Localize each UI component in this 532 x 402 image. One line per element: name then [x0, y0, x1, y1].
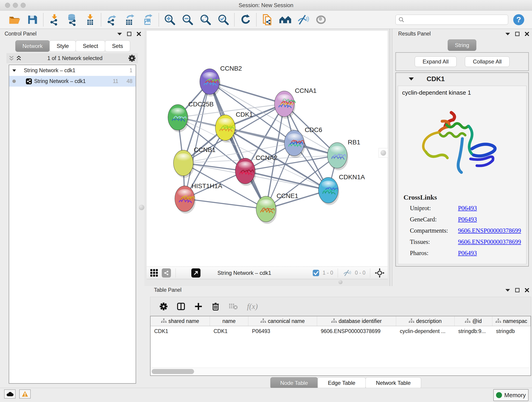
search-input[interactable]	[407, 17, 505, 23]
tab-string[interactable]: String	[448, 39, 476, 51]
zoom-in-button[interactable]	[161, 12, 179, 27]
expand-all-tree-icon[interactable]	[16, 56, 22, 61]
crosslink-link[interactable]: 9606.ENSP00000378699	[458, 238, 521, 245]
table-cell[interactable]: stringdb:9...	[455, 328, 492, 334]
table-cell[interactable]: cyclin-dependent ...	[396, 328, 455, 334]
tab-network-table[interactable]: Network Table	[365, 377, 421, 389]
tab-select[interactable]: Select	[76, 40, 105, 52]
apply-layout-button[interactable]	[236, 12, 254, 27]
table-toolbar: f(x)	[150, 297, 531, 316]
column-header[interactable]: description	[396, 316, 455, 326]
network-row[interactable]: String Network – cdk1 11 48	[9, 76, 136, 87]
crosslink-link[interactable]: P06493	[458, 216, 477, 223]
close-panel-icon[interactable]	[525, 32, 529, 36]
table-cell[interactable]: stringdb	[492, 328, 531, 334]
import-table-button[interactable]	[81, 12, 99, 27]
table-cell[interactable]: P06493	[248, 328, 317, 334]
add-column-icon[interactable]	[194, 302, 203, 311]
import-network-file-button[interactable]	[45, 12, 63, 27]
warnings-button[interactable]	[19, 389, 31, 399]
table-panel-title: Table Panel	[154, 287, 181, 293]
table-options-gear-icon[interactable]	[159, 302, 168, 311]
crosslink-label: Uniprot:	[410, 205, 458, 212]
tree-expander-icon[interactable]	[12, 69, 16, 72]
memory-button[interactable]: Memory	[493, 389, 529, 401]
horizontal-splitter-handle[interactable]	[338, 280, 342, 284]
table-cell[interactable]: CDK1	[151, 328, 210, 334]
zoom-selected-button[interactable]	[215, 12, 232, 27]
hide-selected-button[interactable]	[294, 12, 312, 27]
first-neighbors-button[interactable]	[276, 12, 294, 27]
network-graph[interactable]: CCNB2CCNA1CDC25BCDK1CDC6RB1CCNB1CCNA2CDK…	[147, 31, 388, 267]
export-table-button[interactable]	[121, 12, 139, 27]
open-session-button[interactable]	[6, 12, 23, 27]
close-panel-icon[interactable]	[525, 288, 529, 293]
collection-label: String Network – cdk1	[24, 67, 75, 74]
toolbar-separator	[234, 13, 234, 26]
column-header[interactable]: canonical name	[248, 316, 317, 326]
collapse-panel-icon[interactable]	[505, 288, 510, 292]
collapse-all-tree-icon[interactable]	[9, 56, 14, 61]
left-splitter-handle[interactable]	[137, 203, 146, 212]
table-horizontal-scrollbar[interactable]	[151, 368, 530, 375]
splitter-collapse-handle[interactable]	[379, 148, 388, 158]
tab-node-table[interactable]: Node Table	[270, 377, 318, 389]
collapse-all-button[interactable]: Collapse All	[465, 56, 510, 67]
cloud-status-button[interactable]	[4, 389, 16, 399]
selected-checkbox-icon[interactable]	[312, 269, 319, 276]
column-header[interactable]: namespac	[492, 316, 531, 326]
save-session-button[interactable]	[23, 12, 41, 27]
zoom-out-button[interactable]	[179, 12, 196, 27]
float-panel-icon[interactable]	[515, 288, 520, 293]
network-options-gear-icon[interactable]	[128, 55, 136, 62]
float-panel-icon[interactable]	[127, 32, 132, 36]
import-network-database-button[interactable]	[63, 12, 81, 27]
zoom-fit-button[interactable]	[196, 12, 215, 27]
window-title: Session: New Session	[0, 2, 532, 8]
show-all-button[interactable]	[312, 12, 330, 27]
title-bar: Session: New Session	[0, 0, 532, 11]
close-panel-icon[interactable]	[137, 32, 141, 36]
export-image-button[interactable]	[139, 12, 157, 27]
network-label: String Network – cdk1	[34, 78, 86, 84]
scrollbar-thumb[interactable]	[152, 369, 194, 374]
function-builder-button[interactable]: f(x)	[247, 302, 258, 311]
table-cell[interactable]: CDK1	[210, 328, 248, 334]
tab-style[interactable]: Style	[50, 40, 76, 52]
help-button[interactable]: ?	[513, 14, 524, 25]
column-header[interactable]: shared name	[151, 316, 210, 326]
crosslink-link[interactable]: 9606.ENSP00000378699	[458, 227, 521, 234]
table-panel: Table Panel f(x) shared namenamecanonica…	[144, 286, 532, 388]
float-panel-icon[interactable]	[515, 32, 520, 36]
crosslink-link[interactable]: P06493	[458, 205, 477, 212]
tab-sets[interactable]: Sets	[105, 40, 130, 52]
collapse-panel-icon[interactable]	[117, 32, 122, 36]
section-expander-icon[interactable]	[409, 77, 414, 81]
new-network-from-selection-button[interactable]	[259, 12, 276, 27]
collapse-panel-icon[interactable]	[505, 32, 510, 36]
node-details-box: CDK1 cyclin-dependent kinase 1 CrossLink…	[395, 72, 529, 267]
delete-trash-icon[interactable]	[212, 302, 220, 311]
pan-crosshair-icon[interactable]	[375, 268, 385, 278]
network-view-icon-button[interactable]	[162, 268, 171, 278]
tab-network[interactable]: Network	[15, 40, 50, 52]
detach-view-button[interactable]	[191, 268, 201, 278]
network-view-title: String Network – cdk1	[217, 270, 309, 276]
export-network-button[interactable]	[103, 12, 121, 27]
network-collection-row[interactable]: String Network – cdk1 1	[9, 65, 136, 76]
table-row[interactable]: CDK1CDK1P064939606.ENSP00000378699cyclin…	[151, 326, 531, 336]
birdseye-grid-icon[interactable]	[150, 269, 158, 277]
vertical-splitter[interactable]	[390, 29, 392, 286]
show-columns-icon[interactable]	[177, 302, 185, 311]
column-header[interactable]: name	[210, 316, 248, 326]
gene-section-header[interactable]: CDK1	[396, 73, 528, 85]
column-type-icon	[260, 319, 266, 324]
crosslink-link[interactable]: P06493	[458, 249, 477, 257]
column-header[interactable]: database identifier	[317, 316, 396, 326]
tab-edge-table[interactable]: Edge Table	[317, 377, 366, 389]
toolbar-search[interactable]	[395, 15, 508, 25]
network-canvas[interactable]: CCNB2CCNA1CDC25BCDK1CDC6RB1CCNB1CCNA2CDK…	[147, 31, 388, 267]
table-cell[interactable]: 9606.ENSP00000378699	[317, 328, 396, 334]
expand-all-button[interactable]: Expand All	[415, 56, 457, 67]
column-header[interactable]: @id	[455, 316, 492, 326]
